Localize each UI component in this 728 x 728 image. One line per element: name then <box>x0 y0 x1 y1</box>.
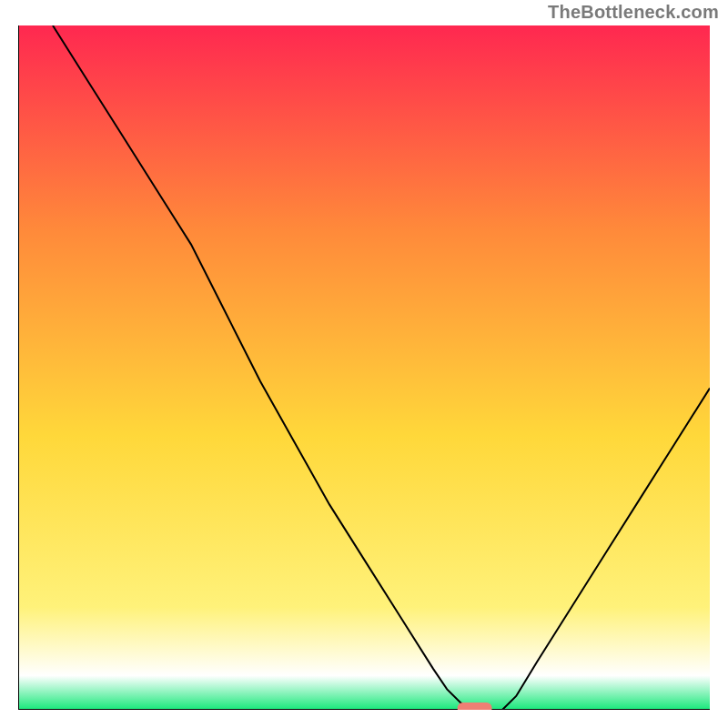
chart-svg <box>18 25 710 710</box>
optimal-marker-pill <box>458 703 492 710</box>
bottleneck-chart <box>18 25 710 710</box>
watermark-text: TheBottleneck.com <box>548 2 719 23</box>
chart-background-gradient <box>18 25 710 710</box>
